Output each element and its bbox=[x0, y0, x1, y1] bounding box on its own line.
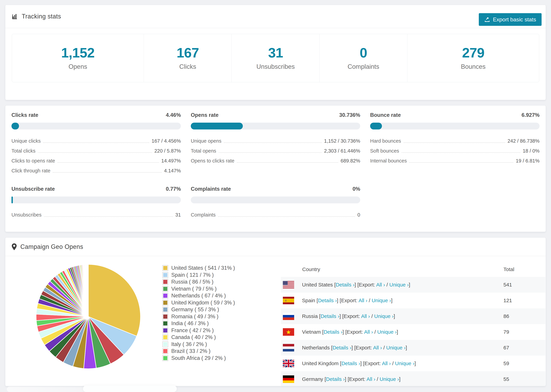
stat-box-bounces: 279Bounces bbox=[407, 34, 539, 82]
rate-detail-row: Complaints0 bbox=[191, 210, 360, 220]
detail-label: Opens to clicks rate bbox=[191, 158, 234, 164]
rate-block-opens-rate: Opens rate30.736%Unique opens1,152 / 30.… bbox=[191, 112, 360, 176]
separator: / bbox=[370, 313, 374, 319]
stat-label: Complaints bbox=[347, 63, 379, 70]
bar-chart-icon bbox=[11, 13, 18, 20]
legend-swatch bbox=[163, 356, 168, 361]
detail-label: Total clicks bbox=[11, 148, 35, 154]
geo-table-header: Country Total bbox=[281, 262, 545, 277]
geo-export-all-link[interactable]: All › bbox=[376, 282, 385, 287]
rate-header: Unsubscribe rate0.77% bbox=[11, 186, 181, 192]
bracket: ] bbox=[406, 345, 407, 350]
rate-detail-row: Unsubscribes31 bbox=[11, 210, 181, 220]
bracket: ] [ bbox=[360, 361, 365, 366]
table-row-united-kingdom: United Kingdom [Details ›] [Export: All … bbox=[281, 356, 545, 371]
legend-swatch bbox=[163, 307, 168, 312]
dotted-leader bbox=[219, 152, 322, 153]
rate-header: Bounce rate6.927% bbox=[370, 112, 540, 118]
pie-legend: United States ( 541 / 31% )Spain ( 121 /… bbox=[163, 265, 235, 362]
country-name: United States bbox=[302, 282, 334, 287]
flag-netherlands bbox=[283, 344, 294, 351]
geo-details-link[interactable]: Details › bbox=[324, 329, 342, 335]
export-prefix: Export: bbox=[344, 313, 361, 319]
geo-export-all-link[interactable]: All › bbox=[364, 329, 373, 335]
legend-item-united-kingdom[interactable]: United Kingdom ( 59 / 3% ) bbox=[163, 299, 235, 306]
geo-details-link[interactable]: Details › bbox=[341, 361, 360, 366]
geo-details-link[interactable]: Details › bbox=[320, 313, 339, 319]
geo-export-unique-link[interactable]: Unique › bbox=[395, 361, 414, 366]
geo-export-all-link[interactable]: All › bbox=[359, 298, 367, 303]
rate-value: 6.927% bbox=[522, 112, 540, 118]
legend-item-india[interactable]: India ( 46 / 3% ) bbox=[163, 320, 235, 327]
rate-detail-row: Unique clicks167 / 4.456% bbox=[11, 136, 181, 146]
geo-export-unique-link[interactable]: Unique › bbox=[389, 282, 409, 287]
stat-box-clicks: 167Clicks bbox=[144, 34, 232, 82]
detail-label: Internal bounces bbox=[370, 158, 407, 164]
geo-details-link[interactable]: Details › bbox=[336, 282, 354, 287]
geo-export-unique-link[interactable]: Unique › bbox=[372, 298, 391, 303]
legend-item-netherlands[interactable]: Netherlands ( 67 / 4% ) bbox=[163, 292, 235, 299]
stat-value: 279 bbox=[462, 46, 484, 60]
bracket: ] [ bbox=[354, 282, 359, 287]
geo-export-all-link[interactable]: All › bbox=[373, 345, 382, 350]
dotted-leader bbox=[237, 162, 338, 163]
geo-details-link[interactable]: Details › bbox=[326, 376, 345, 382]
geo-export-all-link[interactable]: All › bbox=[367, 376, 375, 382]
stat-box-unsubscribes: 31Unsubscribes bbox=[232, 34, 319, 82]
dotted-leader bbox=[403, 142, 505, 143]
table-row-germany: Germany [Details ›] [Export: All › / Uni… bbox=[281, 371, 545, 386]
country-cell: United Kingdom [Details ›] [Export: All … bbox=[302, 361, 503, 366]
legend-swatch bbox=[163, 286, 168, 291]
geo-export-unique-link[interactable]: Unique › bbox=[386, 345, 406, 350]
geo-section-title: Campaign Geo Opens bbox=[20, 243, 83, 250]
rate-block-complaints-rate: Complaints rate0%Complaints0 bbox=[191, 186, 360, 220]
legend-item-vietnam[interactable]: Vietnam ( 79 / 5% ) bbox=[163, 286, 235, 293]
detail-value: 14.497% bbox=[161, 158, 181, 164]
legend-item-united-states[interactable]: United States ( 541 / 31% ) bbox=[163, 265, 235, 272]
detail-value: 220 / 5.87% bbox=[154, 148, 181, 154]
geo-export-unique-link[interactable]: Unique › bbox=[377, 329, 397, 335]
total-cell: 86 bbox=[503, 313, 545, 319]
legend-item-france[interactable]: France ( 42 / 2% ) bbox=[163, 327, 235, 334]
country-cell: Russia [Details ›] [Export: All › / Uniq… bbox=[302, 313, 503, 319]
legend-item-russia[interactable]: Russia ( 86 / 5% ) bbox=[163, 279, 235, 286]
dotted-leader bbox=[409, 162, 513, 163]
table-row-spain: Spain [Details ›] [Export: All › / Uniqu… bbox=[281, 293, 545, 308]
geo-export-unique-link[interactable]: Unique › bbox=[380, 376, 399, 382]
tracking-card-header: Tracking stats Export basic stats bbox=[5, 5, 546, 28]
detail-value: 2,303 / 61.446% bbox=[324, 148, 360, 154]
bottom-cutoff-overlay bbox=[83, 385, 177, 392]
legend-label: Vietnam ( 79 / 5% ) bbox=[171, 286, 217, 292]
stat-label: Opens bbox=[68, 63, 87, 70]
geo-export-all-link[interactable]: All › bbox=[361, 313, 370, 319]
geo-export-unique-link[interactable]: Unique › bbox=[374, 313, 394, 319]
flag-vietnam bbox=[283, 328, 294, 336]
legend-label: India ( 46 / 3% ) bbox=[171, 320, 209, 327]
rate-detail-rows: Complaints0 bbox=[191, 210, 360, 220]
legend-item-romania[interactable]: Romania ( 49 / 3% ) bbox=[163, 313, 235, 320]
stat-label: Clicks bbox=[179, 63, 196, 70]
export-basic-stats-button[interactable]: Export basic stats bbox=[479, 13, 542, 26]
geo-details-link[interactable]: Details › bbox=[318, 298, 337, 303]
pie-slice-other-61[interactable] bbox=[88, 264, 88, 317]
detail-label: Unique opens bbox=[191, 138, 221, 144]
separator: / bbox=[375, 376, 380, 382]
legend-label: Romania ( 49 / 3% ) bbox=[171, 314, 219, 320]
legend-item-brazil[interactable]: Brazil ( 33 / 2% ) bbox=[163, 348, 235, 355]
export-prefix: Export: bbox=[359, 282, 376, 287]
legend-item-italy[interactable]: Italy ( 36 / 2% ) bbox=[163, 341, 235, 348]
rate-value: 0% bbox=[353, 186, 360, 192]
geo-export-all-link[interactable]: All › bbox=[382, 361, 391, 366]
column-header-country: Country bbox=[302, 266, 503, 272]
legend-swatch bbox=[163, 266, 168, 271]
legend-item-germany[interactable]: Germany ( 55 / 3% ) bbox=[163, 306, 235, 313]
geo-details-link[interactable]: Details › bbox=[332, 345, 351, 350]
geo-opens-pie-chart[interactable] bbox=[34, 262, 143, 371]
export-prefix: Export: bbox=[341, 298, 359, 303]
export-prefix: Export: bbox=[347, 329, 364, 335]
rate-value: 0.77% bbox=[166, 186, 181, 192]
legend-item-spain[interactable]: Spain ( 121 / 7% ) bbox=[163, 272, 235, 279]
export-icon bbox=[484, 17, 490, 22]
legend-item-south-africa[interactable]: South Africa ( 29 / 2% ) bbox=[163, 355, 235, 362]
legend-item-canada[interactable]: Canada ( 40 / 2% ) bbox=[163, 334, 235, 341]
